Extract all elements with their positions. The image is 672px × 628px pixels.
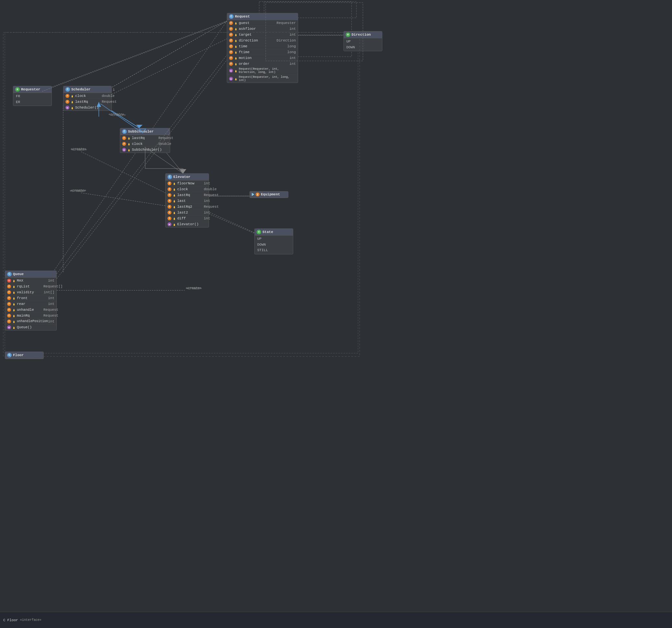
queue-field-unhandlepos: f unhandlePosition int [5, 318, 56, 324]
requester-values: FRER [13, 93, 51, 106]
request-header: C Request [227, 13, 298, 20]
equipment-box[interactable]: I Equipment [249, 191, 288, 198]
floor-box[interactable]: C Floor [5, 352, 44, 359]
queue-box[interactable]: C Queue s MAX int f rqList Request[] f v… [5, 271, 57, 331]
elevator-field-last: f last int [166, 198, 209, 204]
floor-bottom-label: Floor [7, 618, 18, 622]
request-field-askfloor: f askfloor int [227, 26, 298, 32]
svg-line-21 [42, 22, 227, 91]
scheduler-header: C Scheduler [64, 86, 112, 93]
svg-marker-28 [179, 169, 186, 173]
requester-box[interactable]: e Requester FRER [13, 86, 52, 106]
field-icon: f [229, 56, 233, 60]
field-icon: f [7, 285, 11, 288]
requester-enum-icon: e [15, 87, 20, 92]
lock-icon [173, 217, 176, 220]
svg-text:«create»: «create» [109, 113, 124, 116]
svg-line-22 [112, 39, 227, 94]
elevator-field-last2: f last2 int [166, 210, 209, 216]
lock-icon [127, 142, 130, 145]
request-field-motion: f motion int [227, 55, 298, 61]
equipment-title: Equipment [261, 192, 280, 196]
status-text: «interface» [20, 618, 42, 622]
subscheduler-class-icon: C [122, 129, 127, 134]
elevator-box[interactable]: C Elevator f floorNow int f clock double… [165, 173, 209, 227]
request-class-icon: C [229, 14, 234, 19]
state-header: e State [255, 229, 293, 236]
svg-line-30 [81, 152, 165, 193]
equipment-header: I Equipment [250, 192, 288, 198]
lock-icon [12, 291, 16, 294]
state-values: UPDOWNSTILL [255, 236, 293, 254]
direction-box[interactable]: e Direction UPDOWN [343, 31, 382, 51]
elevator-header: C Elevator [166, 174, 209, 180]
direction-header: e Direction [344, 31, 382, 38]
request-field-order: f order int [227, 61, 298, 67]
svg-text:1: 1 [113, 88, 115, 92]
field-icon: f [7, 296, 11, 300]
request-field-time: f time long [227, 43, 298, 49]
lock-icon [173, 193, 176, 197]
field-icon: f [122, 136, 126, 140]
field-icon: f [229, 33, 233, 37]
field-icon: f [168, 205, 171, 209]
state-box[interactable]: e State UPDOWNSTILL [254, 228, 293, 255]
queue-class-icon: C [7, 272, 12, 276]
lock-icon [173, 188, 176, 191]
request-box[interactable]: C Request f guest Requester f askfloor i… [227, 13, 298, 83]
lock-icon [234, 33, 238, 36]
scheduler-method: m Scheduler() [64, 105, 112, 111]
interface-class-icon: I [256, 192, 260, 196]
svg-line-10 [100, 21, 227, 94]
field-icon: f [66, 94, 69, 98]
svg-marker-44 [181, 169, 185, 173]
lock-icon [12, 302, 16, 306]
field-icon: f [7, 319, 11, 323]
lock-icon [127, 148, 130, 151]
method-icon: m [168, 222, 171, 226]
request-field-guest: f guest Requester [227, 20, 298, 26]
elevator-title: Elevator [173, 175, 191, 179]
state-enum-icon: e [257, 230, 261, 234]
queue-header: C Queue [5, 271, 56, 278]
request-field-direction: f direction Direction [227, 38, 298, 43]
bottom-bar: C Floor «interface» [0, 612, 672, 628]
field-icon: f [229, 21, 233, 25]
field-icon: f [7, 290, 11, 294]
floor-class-icon: C [7, 353, 12, 357]
request-method-2: m Request(Requester, int, long, int) [227, 75, 298, 82]
svg-marker-5 [180, 169, 186, 173]
queue-title: Queue [13, 272, 24, 276]
svg-text:«create»: «create» [70, 189, 85, 193]
svg-line-32 [81, 193, 165, 206]
field-icon: f [168, 216, 171, 220]
queue-field-rqlist: f rqList Request[] [5, 284, 56, 289]
lock-icon [173, 205, 176, 208]
queue-field-mainrq: f mainRq Request [5, 313, 56, 318]
lock-icon [234, 39, 238, 42]
subscheduler-box[interactable]: C SubScheduler f lastRq Request f clock … [120, 128, 170, 153]
queue-field-max: s MAX int [5, 278, 56, 284]
subscheduler-field-lastrq: f lastRq Request [120, 135, 170, 141]
direction-title: Direction [352, 33, 371, 37]
svg-text:«create»: «create» [71, 147, 86, 151]
lock-icon [12, 296, 16, 300]
field-icon: f [168, 182, 171, 185]
svg-text:«create»: «create» [71, 189, 86, 192]
method-icon: m [229, 69, 233, 73]
lock-icon [12, 308, 16, 311]
scheduler-box[interactable]: C Scheduler f clock double f lastRq Requ… [63, 86, 112, 111]
lock-icon [234, 62, 238, 66]
elevator-field-clock: f clock double [166, 186, 209, 192]
lock-icon [12, 326, 16, 329]
request-field-ftime: f ftime long [227, 49, 298, 55]
svg-line-34 [209, 214, 254, 233]
subscheduler-method: m SubScheduler() [120, 147, 170, 153]
field-icon: f [168, 187, 171, 191]
field-icon: f [229, 44, 233, 48]
subscheduler-field-clock: f clock double [120, 141, 170, 147]
field-icon: f [229, 62, 233, 66]
lock-icon [12, 285, 16, 288]
floor-title: Floor [13, 353, 24, 357]
method-icon: m [66, 106, 69, 110]
